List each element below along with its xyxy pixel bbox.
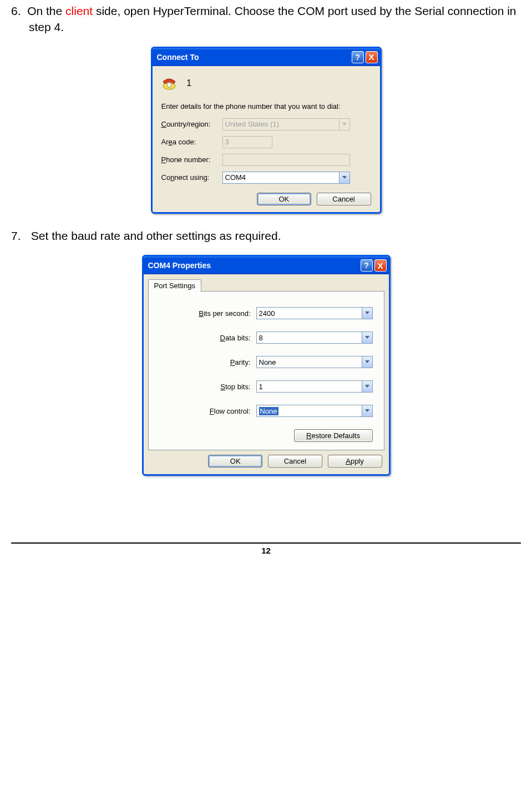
chevron-down-icon[interactable]	[362, 381, 372, 392]
step-6-text: 6. On the client side, open HyperTermina…	[11, 3, 521, 36]
svg-point-1	[167, 83, 171, 87]
page-number: 12	[11, 542, 521, 555]
svg-marker-3	[342, 176, 347, 179]
chevron-down-icon[interactable]	[362, 332, 372, 343]
area-code-label: Area code:	[161, 138, 222, 146]
data-bits-label: Data bits:	[220, 334, 251, 342]
phone-icon	[161, 74, 181, 92]
flow-control-label: Flow control:	[210, 407, 251, 415]
ok-button[interactable]: OK	[257, 193, 311, 205]
cancel-button[interactable]: Cancel	[268, 455, 322, 468]
chevron-down-icon[interactable]	[339, 172, 349, 183]
port-settings-tab[interactable]: Port Settings	[148, 279, 201, 292]
help-button[interactable]: ?	[352, 51, 364, 63]
svg-marker-4	[365, 311, 369, 314]
svg-marker-2	[342, 123, 347, 125]
connection-name: 1	[186, 78, 191, 87]
apply-button[interactable]: Apply	[328, 455, 382, 468]
port-settings-panel: Bits per second: 2400 Data bits: 8 Parit…	[148, 291, 384, 450]
ok-button[interactable]: OK	[208, 455, 262, 468]
com4-titlebar[interactable]: COM4 Properties ? X	[144, 257, 389, 274]
bits-per-second-dropdown[interactable]: 2400	[256, 307, 373, 319]
country-label: Country/region:	[161, 120, 222, 128]
parity-dropdown[interactable]: None	[256, 356, 373, 368]
stop-bits-dropdown[interactable]: 1	[256, 380, 373, 393]
cancel-button[interactable]: Cancel	[317, 193, 371, 205]
com4-properties-dialog: COM4 Properties ? X Port Settings Bits p…	[142, 255, 391, 476]
client-word: client	[65, 4, 93, 17]
connect-to-titlebar[interactable]: Connect To ? X	[153, 48, 380, 66]
parity-label: Parity:	[230, 358, 251, 366]
phone-number-input	[222, 154, 350, 166]
dialog-prompt: Enter details for the phone number that …	[161, 102, 371, 110]
data-bits-dropdown[interactable]: 8	[256, 331, 373, 344]
chevron-down-icon[interactable]	[362, 405, 372, 416]
connect-using-label: Connect using:	[161, 173, 222, 182]
svg-marker-8	[365, 409, 369, 412]
chevron-down-icon[interactable]	[362, 308, 372, 319]
step-7-text: 7. Set the baud rate and other settings …	[11, 228, 521, 244]
svg-marker-7	[365, 385, 369, 388]
restore-defaults-button[interactable]: Restore Defaults	[294, 429, 373, 442]
svg-marker-6	[365, 360, 369, 363]
connect-using-dropdown[interactable]: COM4	[222, 172, 350, 184]
country-dropdown: United States (1)	[222, 118, 350, 130]
help-button[interactable]: ?	[361, 259, 373, 272]
step-7-number: 7.	[11, 228, 28, 244]
stop-bits-label: Stop bits:	[220, 383, 250, 391]
close-button[interactable]: X	[374, 259, 387, 272]
chevron-down-icon[interactable]	[362, 356, 372, 368]
svg-marker-5	[365, 336, 369, 339]
flow-control-dropdown[interactable]: None	[256, 405, 373, 417]
chevron-down-icon	[339, 119, 349, 130]
dialog-title: Connect To	[157, 53, 350, 62]
bits-per-second-label: Bits per second:	[199, 309, 250, 318]
dialog-title: COM4 Properties	[148, 261, 359, 270]
connect-to-dialog: Connect To ? X 1 Enter details for the p…	[151, 47, 382, 214]
step-6-number: 6.	[11, 4, 21, 17]
area-code-input: 3	[222, 136, 272, 148]
phone-number-label: Phone number:	[161, 155, 222, 164]
close-button[interactable]: X	[366, 51, 378, 63]
